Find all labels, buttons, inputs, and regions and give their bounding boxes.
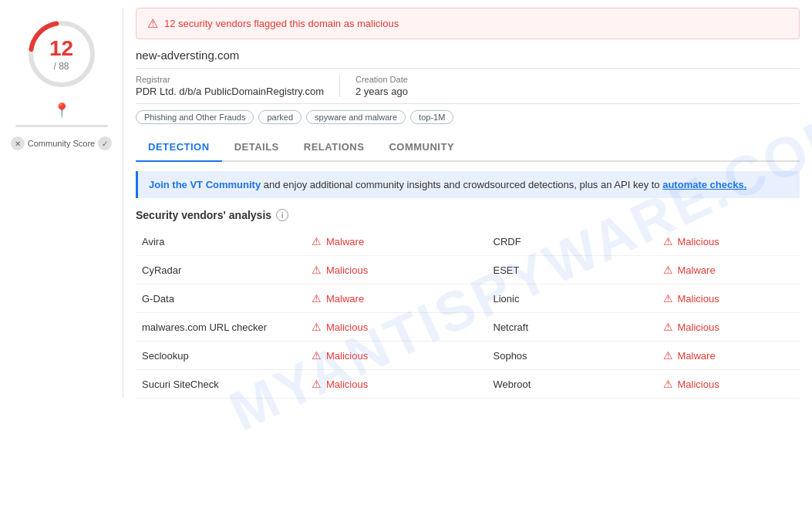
registrar-value: PDR Ltd. d/b/a PublicDomainRegistry.com [136,86,324,97]
result-icon: ⚠ [312,264,322,276]
cs-x-icon: ✕ [11,136,25,150]
vendor-result-right: ⚠Malware [657,342,800,370]
table-row: Sucuri SiteCheck⚠MaliciousWebroot⚠Malici… [136,370,800,399]
table-row: malwares.com URL checker⚠MaliciousNetcra… [136,313,800,342]
vendor-name-left: CyRadar [136,256,305,284]
table-row: G-Data⚠MalwareLionic⚠Malicious [136,284,800,313]
score-number: 12 [49,36,73,61]
vendor-name-left: Sucuri SiteCheck [136,370,305,399]
vendor-result-left: ⚠Malicious [305,313,449,342]
vendor-result-right: ⚠Malicious [657,370,800,399]
result-label: Malicious [326,264,368,276]
gauge-container: 12 / 88 [23,15,100,93]
spacer [449,284,487,313]
table-row: Avira⚠MalwareCRDF⚠Malicious [136,227,800,256]
vendor-result-left: ⚠Malware [305,284,449,313]
spacer [449,342,487,370]
domain-info: new-adversting.com Registrar PDR Ltd. d/… [136,49,800,124]
result-label: Malicious [678,236,719,247]
result-icon: ⚠ [312,378,322,390]
spacer [449,370,487,399]
result-icon: ⚠ [312,321,322,333]
vendor-result-left: ⚠Malicious [305,370,449,399]
cs-check-icon: ✓ [98,136,112,150]
section-title: Security vendors' analysis i [136,209,800,221]
vendors-table: Avira⚠MalwareCRDF⚠MaliciousCyRadar⚠Malic… [136,227,800,399]
community-score-label: Community Score [28,139,95,148]
result-label: Malware [678,350,716,362]
vendor-result-right: ⚠Malicious [657,284,800,313]
domain-meta: Registrar PDR Ltd. d/b/a PublicDomainReg… [136,68,800,104]
creation-section: Creation Date 2 years ago [340,75,423,97]
vendor-name-right: CRDF [487,227,657,256]
result-label: Malicious [678,379,719,390]
vendor-name-left: malwares.com URL checker [136,313,305,342]
domain-name: new-adversting.com [136,49,800,62]
vendor-result-left: ⚠Malicious [305,342,449,370]
creation-value: 2 years ago [355,86,408,97]
result-label: Malicious [326,350,368,362]
vendor-result-left: ⚠Malware [305,227,449,256]
result-label: Malicious [678,321,719,333]
result-label: Malicious [326,379,368,390]
tag: parked [258,110,302,124]
vendor-name-right: Sophos [487,342,657,370]
tab-detection[interactable]: DETECTION [136,133,222,162]
tag: spyware and malware [306,110,406,124]
table-row: Seclookup⚠MaliciousSophos⚠Malware [136,342,800,370]
vendor-name-right: Netcraft [487,313,657,342]
tab-details[interactable]: DETAILS [222,133,291,162]
vendor-result-left: ⚠Malicious [305,256,449,284]
vendor-name-right: ESET [487,256,657,284]
result-icon: ⚠ [663,292,673,305]
automate-checks-link[interactable]: automate checks. [662,179,746,190]
vendor-name-right: Webroot [487,370,657,399]
tags-row: Phishing and Other Fraudsparkedspyware a… [136,110,800,124]
alert-banner: ⚠ 12 security vendors flagged this domai… [136,8,800,39]
tag: top-1M [410,110,453,124]
result-icon: ⚠ [663,321,673,333]
community-banner-middle: and enjoy additional community insights … [261,179,662,190]
vendor-name-left: Avira [136,227,305,256]
score-total: / 88 [49,61,73,72]
info-icon[interactable]: i [276,209,288,221]
join-community-link[interactable]: Join the VT Community [149,179,261,190]
result-icon: ⚠ [663,264,673,276]
vendor-result-right: ⚠Malware [657,256,800,284]
content-panel: ⚠ 12 security vendors flagged this domai… [123,8,812,399]
registrar-section: Registrar PDR Ltd. d/b/a PublicDomainReg… [136,75,340,97]
vendor-name-left: Seclookup [136,342,305,370]
creation-label: Creation Date [355,75,408,84]
result-icon: ⚠ [663,235,673,247]
spacer [449,227,487,256]
spacer [449,256,487,284]
section-title-text: Security vendors' analysis [136,209,271,221]
result-icon: ⚠ [663,349,673,362]
vendor-name-right: Lionic [487,284,657,313]
result-icon: ⚠ [312,235,322,247]
gauge-text: 12 / 88 [49,36,73,72]
tab-community[interactable]: COMMUNITY [376,133,467,162]
score-panel: 12 / 88 📍 ✕ Community Score ✓ [0,8,123,399]
table-row: CyRadar⚠MaliciousESET⚠Malware [136,256,800,284]
result-label: Malicious [678,293,719,305]
alert-icon: ⚠ [147,16,158,31]
result-icon: ⚠ [312,292,322,305]
result-label: Malicious [326,321,368,333]
vendor-result-right: ⚠Malicious [657,227,800,256]
result-icon: ⚠ [312,349,322,362]
result-label: Malware [326,293,364,305]
result-label: Malware [326,236,364,247]
result-icon: ⚠ [663,378,673,390]
alert-text: 12 security vendors flagged this domain … [164,18,399,29]
community-score-row: ✕ Community Score ✓ [11,136,112,150]
result-label: Malware [678,264,716,276]
spacer [449,313,487,342]
tag: Phishing and Other Frauds [136,110,254,124]
pin-icon: 📍 [53,102,70,119]
tab-relations[interactable]: RELATIONS [291,133,377,162]
tabs: DETECTIONDETAILSRELATIONSCOMMUNITY [136,133,800,162]
registrar-label: Registrar [136,75,324,84]
score-bar [15,125,108,127]
vendor-result-right: ⚠Malicious [657,313,800,342]
